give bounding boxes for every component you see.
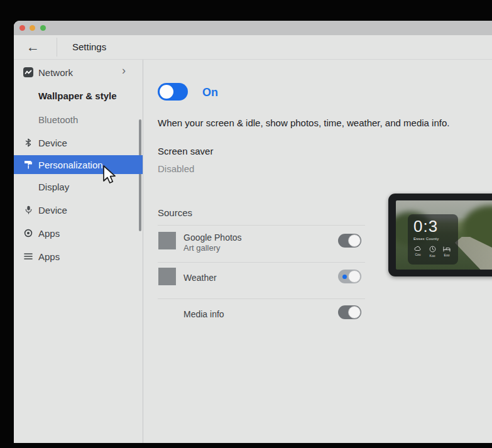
sources-heading: Sources <box>158 207 192 218</box>
screensaver-setting-title: Screen saver <box>158 146 213 156</box>
paint-roller-icon <box>23 160 33 170</box>
settings-window: ← Settings Network › Wallpaper & style B… <box>14 21 492 443</box>
chip-label: Cou <box>415 253 420 256</box>
source-row-title: Weather <box>183 273 217 283</box>
sidebar-item-label: Device <box>38 205 67 216</box>
preview-screen-photo: 0:3 Essex County Cou Koo Eo <box>396 200 492 270</box>
menu-icon <box>23 251 33 261</box>
bluetooth-icon <box>23 138 33 148</box>
sidebar-item-display[interactable]: Display <box>14 177 143 196</box>
screensaver-master-toggle[interactable] <box>158 83 188 101</box>
row-divider <box>158 225 365 226</box>
media-info-toggle[interactable] <box>338 305 361 319</box>
weather-toggle[interactable] <box>338 270 361 283</box>
cloud-icon <box>414 246 422 251</box>
row-divider <box>158 298 365 299</box>
page-title: Settings <box>72 41 106 52</box>
network-icon <box>23 67 33 77</box>
google-photos-toggle[interactable] <box>338 234 361 248</box>
toggle-indicator-dot <box>342 275 347 279</box>
target-icon <box>23 228 33 238</box>
chip-label: Koo <box>430 254 435 258</box>
sidebar-item-apps-list[interactable]: Apps <box>14 247 143 266</box>
sidebar-item-label: Network <box>38 67 73 78</box>
toolbar-divider <box>57 38 57 57</box>
toolbar: ← Settings <box>14 35 492 60</box>
sidebar-item-label: Device <box>38 138 67 148</box>
sidebar-item-apps-target[interactable]: Apps <box>14 224 143 243</box>
sidebar-item-label: Wallpaper & style <box>38 90 116 101</box>
back-button[interactable]: ← <box>26 39 40 55</box>
toggle-knob <box>348 270 361 283</box>
ambient-info-card: 0:3 Essex County Cou Koo Eo <box>408 214 458 265</box>
smart-display-preview: 0:3 Essex County Cou Koo Eo <box>388 194 492 276</box>
chip-cloud: Cou <box>413 246 422 258</box>
toggle-knob <box>160 85 173 99</box>
preview-caption: Essex County <box>413 237 439 241</box>
preview-chips: Cou Koo Eoo <box>413 246 451 258</box>
chevron-right-icon: › <box>122 64 126 77</box>
bed-icon <box>443 246 451 252</box>
sidebar-item-label: Personalization <box>38 160 103 170</box>
sidebar-item-bluetooth[interactable]: Bluetooth <box>14 110 143 129</box>
sidebar-item-device-bluetooth[interactable]: Device <box>14 133 143 152</box>
mouse-cursor <box>102 165 117 187</box>
toggle-knob <box>348 234 361 247</box>
preview-clock: 0:3 <box>413 217 438 236</box>
sidebar-item-personalization[interactable]: Personalization <box>14 155 143 174</box>
close-window-button[interactable] <box>19 25 25 31</box>
toggle-knob <box>348 306 361 319</box>
feature-description: When your screen & idle, show photos, ti… <box>158 117 472 128</box>
titlebar <box>14 21 492 35</box>
sidebar-item-label: Apps <box>38 228 60 239</box>
source-row-title: Media info <box>183 309 224 319</box>
row-divider <box>158 262 365 263</box>
weather-thumbnail <box>158 268 176 285</box>
clock-icon <box>429 246 436 253</box>
sidebar: Network › Wallpaper & style Bluetooth De… <box>14 60 143 443</box>
sidebar-item-label: Display <box>38 182 69 192</box>
chip-clock: Koo <box>428 246 437 258</box>
microphone-icon <box>23 205 33 215</box>
minimize-window-button[interactable] <box>30 25 35 31</box>
zoom-window-button[interactable] <box>40 25 46 31</box>
chip-label: Eoo <box>444 253 450 257</box>
sidebar-item-label: Apps <box>38 251 60 262</box>
chip-bed: Eoo <box>442 246 451 258</box>
screen: ← Settings Network › Wallpaper & style B… <box>0 0 492 448</box>
master-toggle-state-label: On <box>202 86 218 99</box>
sidebar-item-network[interactable]: Network › <box>14 63 143 82</box>
screensaver-setting-value: Disabled <box>158 163 194 174</box>
source-row-subtitle: Art gallery <box>183 243 221 253</box>
source-row-title: Google Photos <box>183 232 242 243</box>
google-photos-thumbnail <box>158 232 176 249</box>
sidebar-item-device-assistant[interactable]: Device <box>14 200 143 219</box>
sidebar-item-wallpaper-style[interactable]: Wallpaper & style <box>14 86 143 105</box>
sidebar-item-label: Bluetooth <box>38 114 78 125</box>
